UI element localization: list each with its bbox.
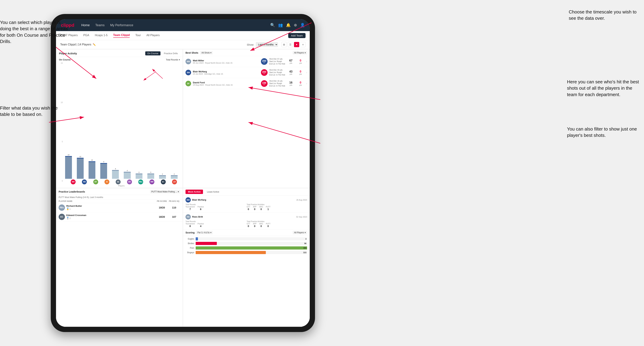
- shot-card[interactable]: DF David Ford 24 Aug 2023 · Royal North …: [183, 78, 310, 89]
- scoring-header: Scoring Par 3, 4 & 5s ▾ All Players ▾: [183, 229, 310, 236]
- player-avatar[interactable]: EE: [116, 179, 120, 184]
- best-shots-panel: Best Shots All Shots ▾ All Players ▾ MM …: [183, 49, 310, 188]
- active-card-avatar: BM: [186, 197, 191, 202]
- view-icons: ⊞ ☰ ♥ ≡: [282, 42, 306, 47]
- sub-nav-tour[interactable]: Tour: [135, 34, 141, 37]
- show-dropdown[interactable]: Last 3 months: [256, 42, 278, 47]
- shot-badge: 200 SG: [261, 69, 268, 76]
- bar-group: 12: [74, 62, 86, 179]
- card-view-btn[interactable]: ♥: [294, 42, 299, 47]
- annotation-right-best-shots: Here you can see who's hit the best shot…: [567, 79, 640, 98]
- shot-info: Shot Dist: 43 yds Start Lie: Rough End L…: [269, 69, 285, 76]
- users-icon[interactable]: 👥: [278, 23, 283, 27]
- nav-home[interactable]: Home: [82, 23, 90, 27]
- tab-least-active[interactable]: Least Active: [204, 190, 222, 194]
- shots-filter1[interactable]: All Shots ▾: [200, 51, 213, 54]
- tab-practice[interactable]: Practice Drills: [162, 51, 180, 55]
- scoring-bar-wrap: 499: [196, 246, 307, 250]
- annotation-right-filter: You can also filter to show just one pla…: [567, 126, 640, 139]
- lb-rank-badge: 🥈 2: [66, 217, 70, 219]
- scoring-row-label: Birdies: [186, 242, 194, 245]
- active-card-header: RB Rees Britt 02 Sep 2023: [186, 214, 307, 219]
- active-player-date: 02 Sep 2023: [296, 216, 307, 218]
- chart-section-title: On Course: [59, 58, 70, 61]
- scoring-filter2[interactable]: All Players ▾: [292, 231, 307, 234]
- tab-most-active[interactable]: Most Active: [186, 190, 203, 194]
- annotation-left-filter: Filter what data you wish the table to b…: [0, 105, 68, 118]
- bars-container: 1312109543322: [63, 62, 180, 179]
- total-rounds-section: Total Rounds Tournament 7 Practice 6: [186, 204, 246, 211]
- sub-nav-pga[interactable]: PGA: [83, 34, 89, 37]
- player-avatar[interactable]: BM: [71, 179, 76, 184]
- avatar-icon[interactable]: 👤: [300, 23, 305, 27]
- chevron-right-icon[interactable]: ›: [306, 60, 307, 63]
- player-avatar[interactable]: DF: [93, 179, 98, 184]
- add-circle-icon[interactable]: ⊕: [294, 23, 297, 27]
- chevron-right-icon[interactable]: ›: [306, 82, 307, 85]
- sub-nav-team-clippd[interactable]: Team Clippd: [113, 33, 130, 38]
- show-filter: Show: Last 3 months ⊞ ☰ ♥ ≡: [247, 42, 306, 47]
- filter-view-btn[interactable]: ≡: [300, 42, 306, 47]
- active-cards: BM Blair McHarg 26 Aug 2023 Total Rounds…: [183, 195, 310, 229]
- scoring-filter1[interactable]: Par 3, 4 & 5s ▾: [196, 231, 212, 234]
- sub-nav: PGAT Players PGA Hcaps 1-5 Team Clippd T…: [56, 31, 310, 40]
- scoring-bar-value: 96: [304, 242, 306, 244]
- player-avatars: BMRBDFJCEEDBRBuMMECLR: [63, 179, 180, 184]
- shot-details: Blair McHarg 23 Jul 2023 · Ashridge GC, …: [193, 70, 259, 75]
- edit-team-icon[interactable]: ✏️: [93, 43, 96, 46]
- player-avatar[interactable]: LR: [172, 179, 177, 184]
- lb-row[interactable]: RBu Richard Butler 🥇 1 19/20 110: [56, 203, 183, 212]
- player-avatar[interactable]: DB: [127, 179, 132, 184]
- lb-rank-badge: 🥇 1: [66, 208, 70, 210]
- player-avatar[interactable]: JC: [104, 179, 110, 184]
- shot-info: Shot Dist: 67 yds Start Lie: Rough End L…: [269, 58, 285, 65]
- search-icon[interactable]: 🔍: [270, 23, 275, 27]
- bar-group: 4: [122, 62, 133, 179]
- bar-group: 10: [86, 62, 98, 179]
- chart-dropdown[interactable]: Total Rounds ▾: [166, 58, 180, 61]
- scoring-row: Bogeys 315: [186, 251, 307, 254]
- active-card-avatar: RB: [186, 214, 191, 219]
- scoring-bar-wrap: 96: [196, 242, 307, 245]
- shots-title: Best Shots: [186, 51, 198, 54]
- practice-activities-section: Total Practice Activities GTT 0 APP 0 AR…: [247, 204, 307, 211]
- sub-nav-all-players[interactable]: All Players: [146, 34, 160, 37]
- player-avatar[interactable]: RB: [82, 179, 87, 184]
- shot-stat1: 43 yds: [287, 70, 295, 75]
- chevron-right-icon[interactable]: ›: [306, 71, 307, 74]
- shot-details: Matt Miller 09 Jun 2023 · Royal North De…: [193, 59, 259, 64]
- shot-card[interactable]: MM Matt Miller 09 Jun 2023 · Royal North…: [183, 56, 310, 67]
- bar-group: 2: [168, 62, 180, 179]
- player-avatar[interactable]: RBu: [138, 179, 143, 184]
- tab-on-course[interactable]: On Course: [145, 51, 160, 55]
- bars-and-avatars: 1312109543322 BMRBDFJCEEDBRBuMMECLR Play…: [63, 62, 180, 187]
- active-player-name: Rees Britt: [192, 215, 295, 218]
- player-avatar[interactable]: EC: [161, 179, 166, 184]
- players-label: Players: [63, 184, 180, 187]
- shots-list: MM Matt Miller 09 Jun 2023 · Royal North…: [183, 56, 310, 89]
- add-team-button[interactable]: Add Team: [288, 33, 306, 38]
- show-label: Show:: [247, 43, 254, 46]
- lb-filter[interactable]: PUTT Must Make Putting ... ▾: [150, 190, 180, 193]
- shots-filter2[interactable]: All Players ▾: [292, 51, 307, 54]
- shot-card[interactable]: BM Blair McHarg 23 Jul 2023 · Ashridge G…: [183, 67, 310, 78]
- grid-view-btn[interactable]: ⊞: [282, 42, 287, 47]
- lb-row[interactable]: EC Edward Crossman 🥈 2 18/20 107: [56, 212, 183, 222]
- lb-player-name: Edward Crossman: [66, 214, 86, 216]
- shot-stat2: 0 yds: [296, 70, 304, 75]
- scoring-row: Eagles 3: [186, 237, 307, 240]
- scoring-bar-fill: [196, 237, 198, 240]
- nav-my-performance[interactable]: My Performance: [110, 23, 133, 27]
- list-view-btn[interactable]: ☰: [288, 42, 293, 47]
- sub-nav-hcaps[interactable]: Hcaps 1-5: [95, 34, 108, 37]
- activity-title: Player Activity: [59, 52, 77, 55]
- bell-icon[interactable]: 🔔: [286, 23, 291, 27]
- player-avatar[interactable]: MM: [150, 179, 154, 184]
- lb-avatar: EC: [58, 214, 65, 220]
- active-header: Most Active Least Active: [183, 188, 310, 195]
- nav-icons: 🔍 👥 🔔 ⊕ 👤: [270, 23, 305, 27]
- lb-player: RBu Richard Butler 🥇 1: [58, 204, 156, 211]
- lb-rows: RBu Richard Butler 🥇 1 19/20 110 EC Edwa…: [56, 203, 183, 222]
- scoring-bar-fill: [196, 251, 266, 254]
- nav-teams[interactable]: Teams: [96, 23, 105, 27]
